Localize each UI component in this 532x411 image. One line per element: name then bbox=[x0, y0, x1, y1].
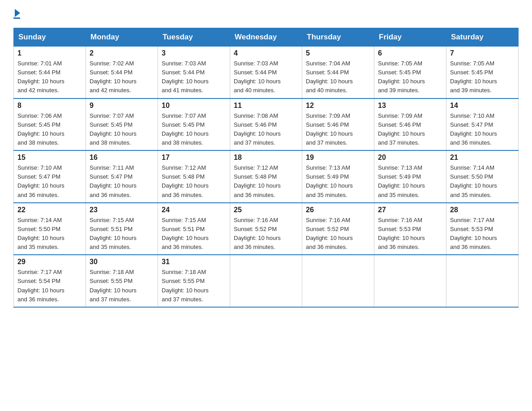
day-info: Sunrise: 7:15 AMSunset: 5:51 PMDaylight:… bbox=[162, 217, 209, 250]
day-number: 23 bbox=[90, 206, 154, 214]
day-number: 13 bbox=[378, 102, 442, 110]
table-row: 16 Sunrise: 7:11 AMSunset: 5:47 PMDaylig… bbox=[86, 150, 158, 203]
day-number: 28 bbox=[450, 206, 515, 214]
day-info: Sunrise: 7:07 AMSunset: 5:45 PMDaylight:… bbox=[162, 112, 209, 146]
day-info: Sunrise: 7:12 AMSunset: 5:48 PMDaylight:… bbox=[234, 164, 281, 198]
table-row: 28 Sunrise: 7:17 AMSunset: 5:53 PMDaylig… bbox=[446, 203, 519, 255]
calendar-week-1: 1 Sunrise: 7:01 AMSunset: 5:44 PMDayligh… bbox=[14, 47, 519, 98]
day-number: 30 bbox=[90, 258, 154, 266]
table-row: 27 Sunrise: 7:16 AMSunset: 5:53 PMDaylig… bbox=[374, 203, 446, 255]
day-info: Sunrise: 7:05 AMSunset: 5:45 PMDaylight:… bbox=[450, 60, 497, 94]
day-info: Sunrise: 7:18 AMSunset: 5:55 PMDaylight:… bbox=[90, 269, 137, 302]
table-row bbox=[302, 255, 374, 307]
table-row: 10 Sunrise: 7:07 AMSunset: 5:45 PMDaylig… bbox=[158, 98, 230, 151]
day-number: 18 bbox=[234, 154, 298, 162]
table-row: 25 Sunrise: 7:16 AMSunset: 5:52 PMDaylig… bbox=[230, 203, 302, 255]
table-row: 19 Sunrise: 7:13 AMSunset: 5:49 PMDaylig… bbox=[302, 150, 374, 203]
day-info: Sunrise: 7:09 AMSunset: 5:46 PMDaylight:… bbox=[306, 112, 353, 146]
day-info: Sunrise: 7:03 AMSunset: 5:44 PMDaylight:… bbox=[162, 60, 209, 94]
table-row: 15 Sunrise: 7:10 AMSunset: 5:47 PMDaylig… bbox=[14, 150, 86, 203]
logo bbox=[13, 9, 20, 19]
header-sunday: Sunday bbox=[14, 28, 86, 47]
table-row: 7 Sunrise: 7:05 AMSunset: 5:45 PMDayligh… bbox=[446, 47, 519, 98]
day-info: Sunrise: 7:05 AMSunset: 5:45 PMDaylight:… bbox=[378, 60, 425, 94]
day-number: 22 bbox=[17, 206, 82, 214]
day-info: Sunrise: 7:03 AMSunset: 5:44 PMDaylight:… bbox=[234, 60, 281, 94]
day-info: Sunrise: 7:13 AMSunset: 5:49 PMDaylight:… bbox=[306, 164, 353, 198]
calendar-week-5: 29 Sunrise: 7:17 AMSunset: 5:54 PMDaylig… bbox=[14, 255, 519, 307]
day-info: Sunrise: 7:08 AMSunset: 5:46 PMDaylight:… bbox=[234, 112, 281, 146]
day-info: Sunrise: 7:16 AMSunset: 5:52 PMDaylight:… bbox=[234, 217, 281, 250]
day-info: Sunrise: 7:04 AMSunset: 5:44 PMDaylight:… bbox=[306, 60, 353, 94]
day-number: 31 bbox=[162, 258, 226, 266]
day-info: Sunrise: 7:14 AMSunset: 5:50 PMDaylight:… bbox=[450, 164, 497, 198]
table-row: 5 Sunrise: 7:04 AMSunset: 5:44 PMDayligh… bbox=[302, 47, 374, 98]
day-number: 7 bbox=[450, 49, 515, 57]
day-info: Sunrise: 7:16 AMSunset: 5:52 PMDaylight:… bbox=[306, 217, 353, 250]
header-tuesday: Tuesday bbox=[158, 28, 230, 47]
calendar-table: SundayMondayTuesdayWednesdayThursdayFrid… bbox=[13, 28, 519, 308]
table-row: 6 Sunrise: 7:05 AMSunset: 5:45 PMDayligh… bbox=[374, 47, 446, 98]
table-row: 22 Sunrise: 7:14 AMSunset: 5:50 PMDaylig… bbox=[14, 203, 86, 255]
page-header bbox=[13, 9, 519, 19]
day-number: 5 bbox=[306, 49, 370, 57]
table-row: 8 Sunrise: 7:06 AMSunset: 5:45 PMDayligh… bbox=[14, 98, 86, 151]
day-number: 14 bbox=[450, 102, 515, 110]
table-row: 14 Sunrise: 7:10 AMSunset: 5:47 PMDaylig… bbox=[446, 98, 519, 151]
day-info: Sunrise: 7:10 AMSunset: 5:47 PMDaylight:… bbox=[17, 164, 64, 198]
day-number: 2 bbox=[90, 49, 154, 57]
day-info: Sunrise: 7:02 AMSunset: 5:44 PMDaylight:… bbox=[90, 60, 137, 94]
day-number: 12 bbox=[306, 102, 370, 110]
day-info: Sunrise: 7:11 AMSunset: 5:47 PMDaylight:… bbox=[90, 164, 137, 198]
header-thursday: Thursday bbox=[302, 28, 374, 47]
day-number: 3 bbox=[162, 49, 226, 57]
calendar-week-3: 15 Sunrise: 7:10 AMSunset: 5:47 PMDaylig… bbox=[14, 150, 519, 203]
day-info: Sunrise: 7:01 AMSunset: 5:44 PMDaylight:… bbox=[17, 60, 64, 94]
table-row: 3 Sunrise: 7:03 AMSunset: 5:44 PMDayligh… bbox=[158, 47, 230, 98]
table-row: 24 Sunrise: 7:15 AMSunset: 5:51 PMDaylig… bbox=[158, 203, 230, 255]
day-number: 29 bbox=[17, 258, 82, 266]
calendar-week-4: 22 Sunrise: 7:14 AMSunset: 5:50 PMDaylig… bbox=[14, 203, 519, 255]
day-number: 25 bbox=[234, 206, 298, 214]
day-info: Sunrise: 7:16 AMSunset: 5:53 PMDaylight:… bbox=[378, 217, 425, 250]
day-info: Sunrise: 7:10 AMSunset: 5:47 PMDaylight:… bbox=[450, 112, 497, 146]
day-number: 19 bbox=[306, 154, 370, 162]
header-wednesday: Wednesday bbox=[230, 28, 302, 47]
day-number: 6 bbox=[378, 49, 442, 57]
day-info: Sunrise: 7:17 AMSunset: 5:53 PMDaylight:… bbox=[450, 217, 497, 250]
day-number: 9 bbox=[90, 102, 154, 110]
table-row: 13 Sunrise: 7:09 AMSunset: 5:46 PMDaylig… bbox=[374, 98, 446, 151]
day-info: Sunrise: 7:07 AMSunset: 5:45 PMDaylight:… bbox=[90, 112, 137, 146]
day-info: Sunrise: 7:14 AMSunset: 5:50 PMDaylight:… bbox=[17, 217, 64, 250]
day-info: Sunrise: 7:18 AMSunset: 5:55 PMDaylight:… bbox=[162, 269, 209, 302]
table-row: 18 Sunrise: 7:12 AMSunset: 5:48 PMDaylig… bbox=[230, 150, 302, 203]
table-row: 21 Sunrise: 7:14 AMSunset: 5:50 PMDaylig… bbox=[446, 150, 519, 203]
table-row: 11 Sunrise: 7:08 AMSunset: 5:46 PMDaylig… bbox=[230, 98, 302, 151]
day-number: 20 bbox=[378, 154, 442, 162]
table-row: 23 Sunrise: 7:15 AMSunset: 5:51 PMDaylig… bbox=[86, 203, 158, 255]
day-number: 26 bbox=[306, 206, 370, 214]
table-row: 20 Sunrise: 7:13 AMSunset: 5:49 PMDaylig… bbox=[374, 150, 446, 203]
table-row: 31 Sunrise: 7:18 AMSunset: 5:55 PMDaylig… bbox=[158, 255, 230, 307]
day-info: Sunrise: 7:06 AMSunset: 5:45 PMDaylight:… bbox=[17, 112, 64, 146]
table-row: 9 Sunrise: 7:07 AMSunset: 5:45 PMDayligh… bbox=[86, 98, 158, 151]
calendar-week-2: 8 Sunrise: 7:06 AMSunset: 5:45 PMDayligh… bbox=[14, 98, 519, 151]
table-row: 4 Sunrise: 7:03 AMSunset: 5:44 PMDayligh… bbox=[230, 47, 302, 98]
table-row: 26 Sunrise: 7:16 AMSunset: 5:52 PMDaylig… bbox=[302, 203, 374, 255]
day-number: 21 bbox=[450, 154, 515, 162]
day-info: Sunrise: 7:09 AMSunset: 5:46 PMDaylight:… bbox=[378, 112, 425, 146]
day-number: 11 bbox=[234, 102, 298, 110]
day-number: 17 bbox=[162, 154, 226, 162]
day-number: 15 bbox=[17, 154, 82, 162]
table-row: 2 Sunrise: 7:02 AMSunset: 5:44 PMDayligh… bbox=[86, 47, 158, 98]
table-row bbox=[446, 255, 519, 307]
table-row bbox=[230, 255, 302, 307]
logo-blue bbox=[13, 9, 20, 17]
day-number: 1 bbox=[17, 49, 82, 57]
header-saturday: Saturday bbox=[446, 28, 519, 47]
day-info: Sunrise: 7:12 AMSunset: 5:48 PMDaylight:… bbox=[162, 164, 209, 198]
table-row: 29 Sunrise: 7:17 AMSunset: 5:54 PMDaylig… bbox=[14, 255, 86, 307]
table-row: 17 Sunrise: 7:12 AMSunset: 5:48 PMDaylig… bbox=[158, 150, 230, 203]
day-number: 27 bbox=[378, 206, 442, 214]
day-number: 16 bbox=[90, 154, 154, 162]
